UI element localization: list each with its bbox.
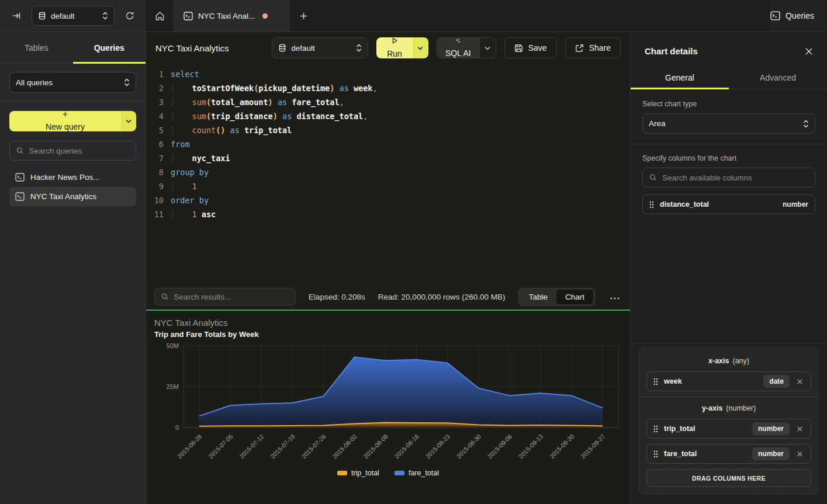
svg-text:2015-08-09: 2015-08-09: [362, 433, 389, 460]
tab-general[interactable]: General: [631, 67, 729, 89]
run-split-button: Run: [376, 37, 428, 58]
column-search-input[interactable]: [662, 173, 808, 182]
view-toggle-chart[interactable]: Chart: [556, 290, 593, 304]
chart-type-select[interactable]: Area: [642, 113, 815, 134]
sidebar-content: All queries New query H: [0, 64, 146, 214]
chart-title: NYC Taxi Analytics: [154, 318, 622, 328]
new-tab-button[interactable]: [290, 0, 317, 32]
query-list-item[interactable]: NYC Taxi Analytics: [9, 187, 136, 206]
spacer: [631, 220, 827, 343]
close-icon: [797, 426, 803, 432]
run-button[interactable]: Run: [376, 37, 413, 58]
chart-type-value: Area: [649, 119, 798, 128]
svg-text:2015-07-19: 2015-07-19: [269, 433, 296, 460]
column-search: [642, 168, 815, 187]
queries-button[interactable]: Queries: [770, 11, 814, 20]
search-icon: [16, 147, 23, 155]
tab-advanced[interactable]: Advanced: [729, 67, 827, 89]
divider: [631, 144, 827, 144]
column-name: distance_total: [660, 200, 777, 208]
sql-ai-button[interactable]: SQL AI: [437, 38, 479, 58]
database-selector-value: default: [51, 12, 98, 20]
editor-tab-title: NYC Taxi Anal...: [198, 12, 255, 20]
chart-details-panel: Chart details General Advanced Select ch…: [630, 32, 827, 504]
view-toggle-table[interactable]: Table: [520, 290, 556, 304]
sql-ai-dropdown-button[interactable]: [479, 38, 496, 58]
line-number: 10: [146, 193, 164, 207]
chevron-down-icon: [485, 46, 490, 50]
svg-text:0: 0: [175, 424, 179, 431]
line-number: 3: [146, 95, 164, 109]
column-type-badge: number: [752, 422, 790, 435]
editor-line: 5 count() as trip_total: [146, 123, 630, 137]
y-axis-hint: (number): [726, 404, 756, 412]
unsaved-dot: [262, 13, 268, 19]
run-dropdown-button[interactable]: [413, 37, 428, 58]
chart-details-header: Chart details: [631, 32, 827, 67]
queries-button-label: Queries: [786, 11, 814, 20]
query-list-item[interactable]: Hacker News Pos...: [9, 168, 136, 187]
sql-editor[interactable]: 1select2 toStartOfWeek(pickup_datetime) …: [146, 64, 630, 284]
column-chip-distance_total[interactable]: distance_totalnumber: [642, 194, 815, 214]
save-button[interactable]: Save: [504, 37, 557, 58]
column-name: fare_total: [664, 450, 746, 458]
remove-column-button[interactable]: [795, 377, 804, 386]
editor-tab-nyc-taxi[interactable]: NYC Taxi Anal...: [173, 0, 290, 32]
new-query-dropdown-button[interactable]: [121, 111, 136, 131]
svg-text:2015-08-30: 2015-08-30: [455, 433, 483, 460]
column-type-badge: date: [763, 375, 790, 388]
top-bar-left: default: [0, 0, 146, 32]
home-button[interactable]: [146, 0, 173, 32]
query-header: NYC Taxi Analytics default Run: [146, 32, 630, 64]
query-search-input[interactable]: [29, 147, 129, 155]
results-more-button[interactable]: [608, 291, 622, 303]
column-type-badge: number: [783, 200, 808, 208]
query-filter-select[interactable]: All queries: [9, 72, 136, 93]
share-button-label: Share: [589, 43, 611, 53]
chevron-updown-icon: [803, 120, 809, 128]
sql-ai-label: SQL AI: [445, 48, 471, 58]
close-panel-button[interactable]: [805, 47, 813, 55]
legend-label: fare_total: [409, 469, 439, 477]
drag-handle-icon: [653, 425, 658, 433]
results-toolbar: Elapsed: 0.208s Read: 20,000,000 rows (2…: [146, 284, 630, 310]
chart-type-label: Select chart type: [642, 100, 815, 108]
legend-item-fare_total[interactable]: fare_total: [395, 469, 439, 477]
remove-column-button[interactable]: [795, 450, 804, 458]
sidebar-tab-queries[interactable]: Queries: [73, 32, 146, 63]
results-chart-svg: 025M50M2015-06-282015-07-052015-07-12201…: [154, 342, 622, 466]
chevron-down-icon: [417, 46, 423, 50]
drag-columns-dropzone[interactable]: DRAG COLUMNS HERE: [646, 469, 811, 487]
y-axis-title: y-axis: [702, 404, 722, 412]
x-axis-hint: (any): [732, 357, 749, 365]
line-number: 5: [146, 123, 164, 137]
chevron-down-icon: [126, 119, 132, 123]
sql-ai-split-button: SQL AI: [437, 37, 496, 58]
sidebar-tab-tables[interactable]: Tables: [0, 32, 73, 63]
divider: [639, 397, 818, 397]
database-selector[interactable]: default: [32, 6, 115, 26]
svg-text:2015-07-05: 2015-07-05: [207, 433, 234, 460]
column-chip-fare_total[interactable]: fare_totalnumber: [646, 444, 811, 464]
new-query-button[interactable]: New query: [9, 111, 121, 131]
legend-item-trip_total[interactable]: trip_total: [337, 469, 379, 477]
column-type-badge: number: [752, 447, 790, 460]
remove-column-button[interactable]: [795, 425, 804, 433]
sidebar-collapse-button[interactable]: [8, 8, 25, 24]
save-icon: [514, 44, 523, 53]
svg-text:2015-08-16: 2015-08-16: [393, 433, 420, 460]
chevron-updown-icon: [102, 12, 108, 20]
column-chip-trip_total[interactable]: trip_totalnumber: [646, 419, 811, 439]
y-axis-heading: y-axis(number): [646, 404, 811, 412]
main-area: NYC Taxi Analytics default Run: [146, 32, 630, 504]
refresh-button[interactable]: [122, 8, 138, 24]
run-database-selector[interactable]: default: [272, 37, 368, 58]
svg-text:50M: 50M: [167, 342, 179, 349]
sql-editor-lines: 1select2 toStartOfWeek(pickup_datetime) …: [146, 67, 630, 221]
chart-details-body: Select chart type Area Specify columns f…: [631, 89, 827, 504]
share-button[interactable]: Share: [565, 37, 621, 58]
svg-text:2015-08-02: 2015-08-02: [331, 433, 358, 460]
results-search-input[interactable]: [174, 293, 289, 301]
column-chip-week[interactable]: weekdate: [646, 371, 811, 391]
plus-icon: [299, 12, 308, 20]
